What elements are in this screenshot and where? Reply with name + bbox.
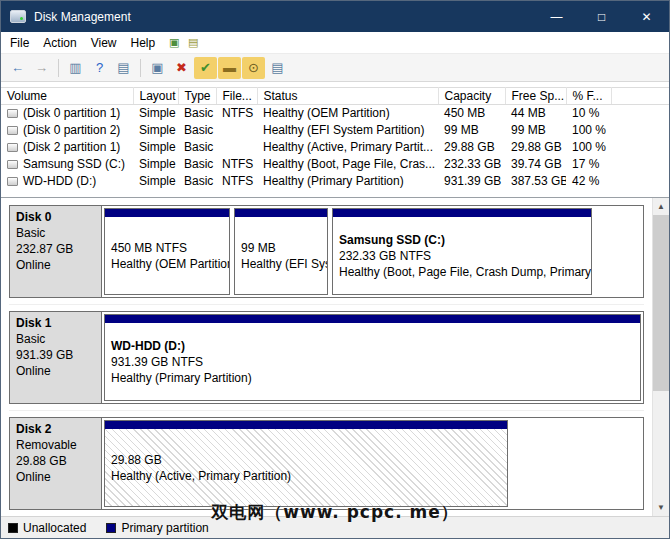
volume-name-cell: (Disk 0 partition 1) [1,105,133,122]
volume-cell: 100 % [566,139,611,156]
drive-icon[interactable]: ▬ [218,57,241,79]
menu-view[interactable]: View [84,34,124,52]
menu-help[interactable]: Help [124,34,163,52]
column-header-type[interactable]: Type [178,88,216,105]
disk-size: 29.88 GB [16,453,95,469]
minimize-button[interactable]: — [534,1,579,32]
volume-cell: Simple [133,105,178,122]
volume-cell: Basic [178,105,216,122]
disk-strip: Disk 1Basic931.39 GBOnlineWD-HDD (D:)931… [9,311,644,411]
volume-table: VolumeLayoutTypeFile...StatusCapacityFre… [1,87,669,190]
disk-status: Online [16,363,95,379]
partition-title: Samsung SSD (C:) [339,232,585,248]
volume-cell: 39.74 GB [505,156,566,173]
partition-size-line: 450 MB NTFS [111,240,223,256]
list-window-icon[interactable]: ▤ [266,57,289,79]
volume-row[interactable]: WD-HDD (D:)SimpleBasicNTFSHealthy (Prima… [1,173,669,190]
disk-row-disk-2: Disk 2Removable29.88 GBOnline29.88 GBHea… [9,417,644,510]
disk-type: Removable [16,437,95,453]
volume-cell: Simple [133,173,178,190]
partition-color-bar [333,209,591,217]
disk-label[interactable]: Disk 1Basic931.39 GBOnline [9,311,102,404]
volume-cell: Basic [178,173,216,190]
partition-info: 99 MBHealthy (EFI System Partition) [235,217,327,294]
volume-cell: Simple [133,139,178,156]
menu-file[interactable]: File [3,34,36,52]
column-header-f[interactable]: % F... [566,88,611,105]
column-header-volume[interactable]: Volume [1,88,133,105]
volume-cell-filler [611,173,669,190]
partition-size-line: 931.39 GB NTFS [111,354,634,370]
partition[interactable]: 450 MB NTFSHealthy (OEM Partition) [104,208,230,295]
volume-row[interactable]: (Disk 0 partition 1)SimpleBasicNTFSHealt… [1,105,669,122]
scroll-up-icon[interactable]: ▲ [653,198,669,215]
partition-size-line: 99 MB [241,240,321,256]
console-window-icon[interactable]: ▤ [112,57,135,79]
volume-icon [7,160,18,169]
scrollbar-track[interactable] [653,215,669,499]
disk-partition-area: WD-HDD (D:)931.39 GB NTFSHealthy (Primar… [102,311,644,404]
volume-name-cell: Samsung SSD (C:) [1,156,133,173]
graphical-view-pane: Disk 0Basic232.87 GBOnline450 MB NTFSHea… [1,197,669,516]
partition-status-line: Healthy (OEM Partition) [111,256,223,272]
partition[interactable]: 99 MBHealthy (EFI System Partition) [234,208,328,295]
watermark: 双电网（www. pcpc. me） [211,501,459,524]
volume-row[interactable]: (Disk 0 partition 2)SimpleBasicHealthy (… [1,122,669,139]
volume-cell: Simple [133,156,178,173]
column-header-layout[interactable]: Layout [133,88,178,105]
disk-type: Basic [16,225,95,241]
back-icon[interactable]: ← [6,57,29,79]
partition-color-bar [235,209,327,217]
column-header-file[interactable]: File... [216,88,257,105]
column-header-freesp[interactable]: Free Sp... [505,88,566,105]
volume-cell: Basic [178,122,216,139]
folder-check-icon[interactable]: ✔ [194,57,217,79]
partition[interactable]: WD-HDD (D:)931.39 GB NTFSHealthy (Primar… [104,314,641,401]
disk-label[interactable]: Disk 2Removable29.88 GBOnline [9,417,102,510]
help-icon[interactable]: ? [88,57,111,79]
volume-row[interactable]: (Disk 2 partition 1)SimpleBasicHealthy (… [1,139,669,156]
disk-name: Disk 1 [16,315,95,331]
volume-row[interactable]: Samsung SSD (C:)SimpleBasicNTFSHealthy (… [1,156,669,173]
disk-status: Online [16,469,95,485]
partition[interactable]: Samsung SSD (C:)232.33 GB NTFSHealthy (B… [332,208,592,295]
vertical-scrollbar[interactable]: ▲ ▼ [652,198,669,516]
volume-cell: NTFS [216,156,257,173]
disk-row-disk-0: Disk 0Basic232.87 GBOnline450 MB NTFSHea… [9,205,644,298]
volume-cell: 29.88 GB [505,139,566,156]
partition-info: 29.88 GBHealthy (Active, Primary Partiti… [105,429,507,506]
partition-info: 450 MB NTFSHealthy (OEM Partition) [105,217,229,294]
console-tree-icon[interactable]: ▥ [64,57,87,79]
delete-volume-icon[interactable]: ✖ [170,57,193,79]
maximize-button[interactable]: □ [579,1,624,32]
volume-cell: 10 % [566,105,611,122]
disk-label[interactable]: Disk 0Basic232.87 GBOnline [9,205,102,298]
legend-label: Primary partition [121,521,208,535]
menu-decoration-icon-1: ▣ [167,36,181,50]
close-button[interactable]: ✕ [624,1,669,32]
disk-partition-area: 29.88 GBHealthy (Active, Primary Partiti… [102,417,644,510]
toolbar: ←→▥?▤▣✖✔▬⊙▤ [1,53,669,82]
volume-cell [216,122,257,139]
partition-info: WD-HDD (D:)931.39 GB NTFSHealthy (Primar… [105,323,640,400]
scroll-down-icon[interactable]: ▼ [653,499,669,516]
column-header-status[interactable]: Status [257,88,438,105]
forward-icon[interactable]: → [30,57,53,79]
partition[interactable]: 29.88 GBHealthy (Active, Primary Partiti… [104,420,508,507]
folder-search-icon[interactable]: ⊙ [242,57,265,79]
window-controls: — □ ✕ [534,1,669,32]
partition-status-line: Healthy (Active, Primary Partition) [111,468,501,484]
disk-row-disk-1: Disk 1Basic931.39 GBOnlineWD-HDD (D:)931… [9,311,644,404]
partition-size-line: 29.88 GB [111,452,501,468]
volume-cell: Basic [178,139,216,156]
partition-status-line: Healthy (Boot, Page File, Crash Dump, Pr… [339,264,585,280]
disk-strip: Disk 2Removable29.88 GBOnline29.88 GBHea… [9,417,644,510]
action-pane-icon[interactable]: ▣ [146,57,169,79]
column-header-filler [611,88,669,105]
volume-cell: 100 % [566,122,611,139]
partition-status-line: Healthy (Primary Partition) [111,370,634,386]
menu-action[interactable]: Action [36,34,83,52]
scrollbar-thumb[interactable] [653,215,669,391]
column-header-capacity[interactable]: Capacity [438,88,505,105]
title-bar: Disk Management — □ ✕ [1,1,669,32]
